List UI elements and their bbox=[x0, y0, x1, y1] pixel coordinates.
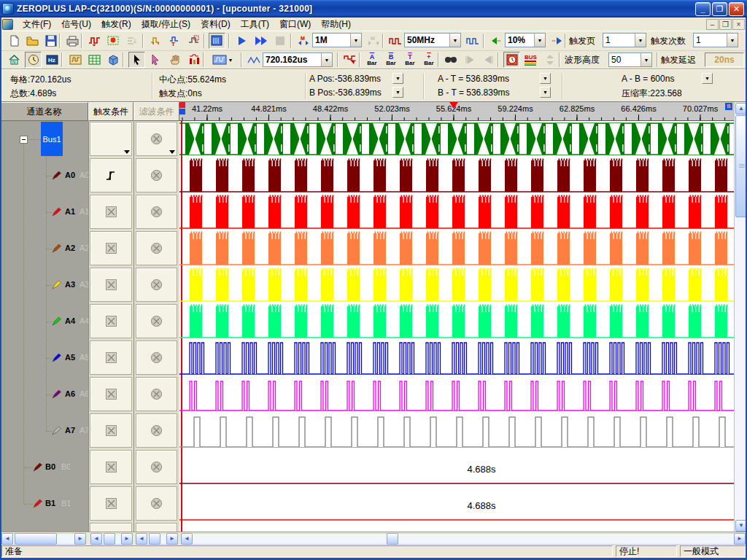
filter-cell-a7[interactable] bbox=[136, 413, 177, 448]
wave-scroll-thumb[interactable] bbox=[387, 533, 398, 545]
channel-waveform-b1[interactable]: 4.688s bbox=[179, 486, 734, 522]
time-div-combo[interactable]: 720.162us▼ bbox=[263, 52, 333, 67]
trigger-cell-extra[interactable] bbox=[90, 523, 132, 532]
b-bar-button[interactable]: BBar bbox=[382, 52, 400, 68]
noise-filter-button[interactable] bbox=[86, 33, 103, 49]
channel-waveform-a5[interactable] bbox=[179, 340, 734, 376]
memory-depth-combo[interactable]: 1M▼ bbox=[312, 33, 362, 47]
ratio-left-icon[interactable] bbox=[487, 33, 504, 49]
wave-scroll-left-icon[interactable]: ◄ bbox=[181, 533, 193, 545]
filter-cell-b1[interactable] bbox=[136, 486, 177, 521]
channel-pen-icon-a7[interactable] bbox=[52, 425, 63, 438]
trigger-cell-a2[interactable] bbox=[90, 231, 132, 265]
channel-name-a1[interactable]: A1 bbox=[65, 207, 75, 216]
depth-decrease-icon[interactable]: M bbox=[295, 33, 311, 49]
glitch-filter-button[interactable] bbox=[105, 33, 122, 49]
menu-trigger[interactable]: 触发(R) bbox=[96, 17, 136, 32]
filter-scroll-thumb[interactable] bbox=[149, 533, 160, 545]
channel-name-b1[interactable]: B1 bbox=[45, 499, 55, 508]
timeout-trigger-button[interactable] bbox=[185, 33, 202, 49]
filter-cell-a0[interactable] bbox=[136, 158, 177, 192]
plus-bar-button[interactable]: +Bar bbox=[420, 52, 438, 68]
channel-name-a6[interactable]: A6 bbox=[65, 389, 75, 398]
a-t-dropdown[interactable]: ▼ bbox=[540, 73, 551, 84]
bus-trigger-cell[interactable] bbox=[90, 122, 132, 156]
print-button[interactable] bbox=[64, 33, 81, 49]
child-minimize-button[interactable]: – bbox=[706, 19, 719, 30]
child-close-button[interactable]: × bbox=[732, 19, 745, 30]
channel-pen-icon-b1[interactable] bbox=[33, 498, 44, 511]
menu-help[interactable]: 帮助(H) bbox=[316, 17, 356, 32]
time-ruler[interactable]: 41.22ms44.821ms48.422ms52.023ms55.624ms5… bbox=[179, 102, 734, 121]
sample-rate-combo[interactable]: 50MHz▼ bbox=[404, 33, 461, 47]
goto-trigger-button[interactable] bbox=[341, 52, 358, 68]
channel-pen-icon-a3[interactable] bbox=[52, 279, 63, 292]
scroll-up-icon[interactable]: ▲ bbox=[735, 103, 747, 114]
channel-name-a7[interactable]: A7 bbox=[65, 426, 75, 435]
channel-name-a2[interactable]: A2 bbox=[65, 244, 75, 252]
expand-collapse-button[interactable] bbox=[541, 52, 558, 68]
run-button[interactable] bbox=[233, 33, 250, 49]
trigger-cell-a1[interactable] bbox=[90, 195, 132, 229]
channel-name-a3[interactable]: A3 bbox=[65, 280, 75, 289]
restore-button[interactable]: ❐ bbox=[712, 2, 727, 16]
filter-scroll-right-icon[interactable]: ► bbox=[166, 533, 178, 545]
filter-cell-a2[interactable] bbox=[136, 231, 177, 265]
find-button[interactable] bbox=[442, 52, 459, 68]
a-bar-button[interactable]: ABar bbox=[363, 52, 381, 68]
repeat-run-button[interactable] bbox=[252, 33, 269, 49]
close-button[interactable]: ✕ bbox=[729, 2, 744, 16]
save-button[interactable] bbox=[42, 33, 59, 49]
menu-tools[interactable]: 工具(T) bbox=[236, 17, 274, 32]
vertical-scrollbar[interactable]: ▲ ▼ bbox=[734, 102, 747, 532]
minimize-button[interactable]: _ bbox=[695, 2, 711, 16]
menu-window[interactable]: 窗口(W) bbox=[274, 17, 316, 32]
trigger-cell-a3[interactable] bbox=[90, 268, 132, 302]
navigator-button[interactable] bbox=[105, 52, 122, 68]
menu-signal[interactable]: 信号(U) bbox=[56, 17, 96, 32]
filter-cell-a4[interactable] bbox=[136, 304, 177, 338]
statistics-button[interactable] bbox=[185, 52, 202, 68]
clock-button[interactable] bbox=[25, 52, 42, 68]
waveform-canvas[interactable]: 4.688s4.688s bbox=[179, 121, 734, 532]
channel-waveform-a2[interactable] bbox=[179, 230, 734, 267]
a-bar-flag[interactable] bbox=[179, 109, 185, 114]
wave-height-combo[interactable]: 50▼ bbox=[608, 52, 652, 67]
trigger-page-combo[interactable]: 1▼ bbox=[603, 33, 646, 47]
pulse-width-trigger-button[interactable] bbox=[147, 33, 164, 49]
wave-mode-combo-button[interactable]: ▼ bbox=[209, 52, 236, 68]
channel-waveform-a6[interactable] bbox=[179, 376, 734, 413]
width-trigger-button[interactable]: T bbox=[166, 33, 183, 49]
channel-pen-icon-b0[interactable] bbox=[33, 462, 44, 475]
a-pos-dropdown[interactable]: ▼ bbox=[392, 73, 403, 84]
channel-pen-icon-a1[interactable] bbox=[52, 206, 63, 219]
trigger-cell-a4[interactable] bbox=[90, 304, 132, 338]
child-restore-button[interactable]: ❐ bbox=[719, 19, 732, 30]
filter-cell-a3[interactable] bbox=[136, 268, 177, 302]
trigger-cell-b0[interactable] bbox=[90, 450, 132, 484]
menu-file[interactable]: 文件(F) bbox=[18, 17, 56, 32]
channel-pen-icon-a6[interactable] bbox=[52, 389, 63, 402]
compression-button[interactable] bbox=[124, 33, 141, 49]
name-scroll-left-icon[interactable]: ◄ bbox=[1, 533, 13, 545]
trigger-cell-a0[interactable] bbox=[90, 158, 132, 192]
channel-waveform-a3[interactable] bbox=[179, 267, 734, 303]
channel-name-a4[interactable]: A4 bbox=[65, 316, 75, 325]
new-file-button[interactable] bbox=[6, 33, 23, 49]
filter-cell-a5[interactable] bbox=[136, 341, 177, 375]
menu-data[interactable]: 资料(D) bbox=[196, 17, 236, 32]
b-pos-dropdown[interactable]: ▼ bbox=[392, 87, 403, 98]
a-b-dropdown[interactable]: ▼ bbox=[702, 73, 713, 84]
scroll-down-icon[interactable]: ▼ bbox=[735, 520, 747, 532]
display-ratio-combo[interactable]: 10%▼ bbox=[505, 33, 546, 47]
ratio-right-icon[interactable] bbox=[549, 33, 565, 49]
channel-pen-icon-a5[interactable] bbox=[52, 352, 63, 365]
menu-acquire[interactable]: 摄取/停止(S) bbox=[136, 17, 196, 32]
channel-name-b0[interactable]: B0 bbox=[45, 462, 55, 471]
wave-scroll-right-icon[interactable]: ► bbox=[734, 533, 746, 545]
home-button[interactable]: N bbox=[6, 52, 23, 68]
channel-pen-icon-a4[interactable] bbox=[52, 316, 63, 329]
find-prev-button[interactable] bbox=[461, 52, 478, 68]
b-t-dropdown[interactable]: ▼ bbox=[540, 87, 551, 98]
multi-select-button[interactable] bbox=[147, 52, 164, 68]
